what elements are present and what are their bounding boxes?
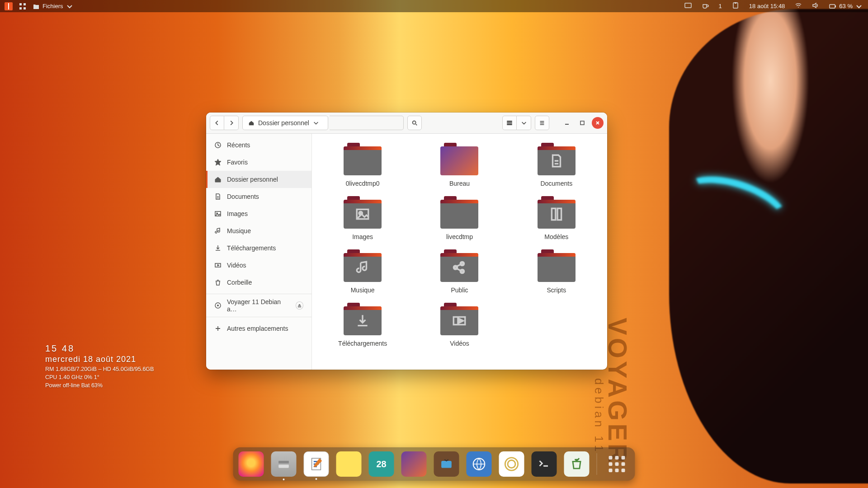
dock-app-firefox[interactable] (239, 451, 264, 477)
conky-ram-hd: RM 1.68GB/7.20GiB – HD 45.0GiB/95.6GB (45, 366, 154, 372)
view-dropdown-button[interactable] (517, 116, 531, 130)
folder-item[interactable]: Musique (323, 249, 402, 294)
folder-icon (344, 196, 382, 229)
chevron-down-icon (313, 120, 319, 126)
folder-item[interactable]: Bureau (420, 143, 499, 187)
svg-rect-13 (580, 121, 584, 125)
sidebar-item-image[interactable]: Images (206, 205, 311, 222)
sidebar-item-label: Corbeille (227, 279, 252, 286)
sidebar-item-label: Vidéos (227, 262, 246, 269)
wallpaper-subtitle: debian 11 (592, 378, 606, 454)
svg-rect-32 (441, 461, 452, 468)
sidebar-item-home[interactable]: Dossier personnel (206, 171, 311, 188)
minimize-button[interactable] (561, 117, 573, 129)
clock[interactable]: 18 août 15:48 (749, 3, 785, 9)
svg-rect-0 (19, 3, 22, 5)
screenshot-tray-icon[interactable] (684, 2, 692, 10)
battery-label: 63 % (839, 3, 853, 9)
close-button[interactable] (592, 117, 604, 129)
forward-button[interactable] (224, 116, 239, 130)
trash-icon (214, 279, 222, 286)
sidebar-item-other[interactable]: Autres emplacements (206, 320, 311, 337)
wifi-tray-icon[interactable] (795, 2, 802, 10)
folder-icon (344, 249, 382, 282)
dock-app-record[interactable] (499, 451, 524, 477)
folder-content[interactable]: 0livecdtmp0BureauDocumentsImageslivecdtm… (312, 134, 607, 370)
folder-icon (538, 196, 576, 229)
svg-rect-3 (24, 7, 26, 9)
image-icon (214, 210, 222, 217)
sidebar-item-doc[interactable]: Documents (206, 188, 311, 205)
dock-app-tv[interactable] (434, 451, 459, 477)
volume-tray-icon[interactable] (812, 2, 819, 10)
sidebar-item-trash[interactable]: Corbeille (206, 274, 311, 291)
app-menu[interactable]: Fichiers (33, 3, 73, 10)
svg-rect-12 (507, 124, 512, 125)
sidebar-item-video[interactable]: Vidéos (206, 257, 311, 274)
eject-button[interactable] (296, 301, 303, 310)
path-bar[interactable]: Dossier personnel (242, 116, 328, 130)
folder-icon (538, 143, 576, 175)
maximize-button[interactable] (576, 117, 588, 129)
sidebar-item-download[interactable]: Téléchargements (206, 239, 311, 257)
top-panel: Fichiers 1 18 août 15:48 63 % (0, 0, 868, 12)
dock-app-calendar[interactable]: 28 (369, 451, 394, 477)
clock-icon (214, 141, 222, 149)
folder-label: Modèles (544, 233, 568, 240)
dock-separator (597, 453, 597, 475)
folder-item[interactable]: Scripts (517, 249, 596, 294)
svg-rect-29 (278, 465, 289, 468)
sidebar-item-label: Musique (227, 227, 251, 235)
hamburger-button[interactable] (535, 116, 549, 130)
folder-icon (440, 143, 478, 175)
disk-icon (214, 302, 222, 309)
folder-label: Vidéos (450, 340, 469, 347)
dock-app-terminal[interactable] (532, 451, 557, 477)
folder-item[interactable]: Vidéos (420, 303, 499, 347)
sidebar-item-clock[interactable]: Récents (206, 136, 311, 154)
folder-item[interactable]: livecdtmp (420, 196, 499, 240)
folder-item[interactable]: Téléchargements (323, 303, 402, 347)
desktop-stats: 15 48 mercredi 18 août 2021 RM 1.68GB/7.… (45, 343, 154, 389)
battery-tray[interactable]: 63 % (829, 3, 863, 10)
folder-item[interactable]: 0livecdtmp0 (323, 143, 402, 187)
sidebar-item-star[interactable]: Favoris (206, 154, 311, 171)
dock-app-showapps[interactable] (604, 451, 630, 477)
search-button[interactable] (407, 116, 422, 130)
chevron-down-icon (855, 3, 863, 10)
sidebar-item-mounted[interactable]: Voyager 11 Debian a… (206, 297, 311, 314)
conky-date: mercredi 18 août 2021 (45, 355, 154, 364)
dock-app-notes[interactable] (336, 451, 362, 477)
sidebar-item-label: Documents (227, 193, 259, 200)
dock-app-web[interactable] (467, 451, 492, 477)
dock-app-trash[interactable] (564, 451, 590, 477)
svg-point-35 (508, 460, 515, 468)
folder-item[interactable]: Images (323, 196, 402, 240)
folder-label: Images (352, 233, 373, 240)
view-icon-button[interactable] (502, 116, 517, 130)
dock: 28 (233, 447, 635, 481)
dock-app-text[interactable] (304, 451, 329, 477)
path-extra[interactable] (330, 116, 404, 130)
caffeine-tray-icon[interactable] (702, 2, 709, 10)
folder-item[interactable]: Modèles (517, 196, 596, 240)
svg-rect-6 (735, 2, 736, 4)
sidebar-item-label: Dossier personnel (227, 176, 278, 183)
svg-rect-2 (19, 7, 22, 9)
folder-label: Téléchargements (338, 340, 387, 347)
svg-rect-1 (24, 3, 26, 5)
folder-label: Musique (351, 286, 375, 294)
applications-grid-icon[interactable] (19, 3, 26, 10)
folder-item[interactable]: Public (420, 249, 499, 294)
download-icon (214, 244, 222, 252)
back-button[interactable] (210, 116, 224, 130)
clipboard-tray-icon[interactable] (732, 2, 739, 10)
dock-app-wallpaper[interactable] (401, 451, 427, 477)
dock-app-files[interactable] (271, 451, 297, 477)
folder-item[interactable]: Documents (517, 143, 596, 187)
workspace-indicator[interactable]: 1 (719, 3, 722, 9)
folder-label: 0livecdtmp0 (346, 180, 380, 187)
music-icon (214, 227, 222, 235)
sidebar-item-music[interactable]: Musique (206, 222, 311, 239)
activities-icon[interactable] (5, 2, 13, 10)
